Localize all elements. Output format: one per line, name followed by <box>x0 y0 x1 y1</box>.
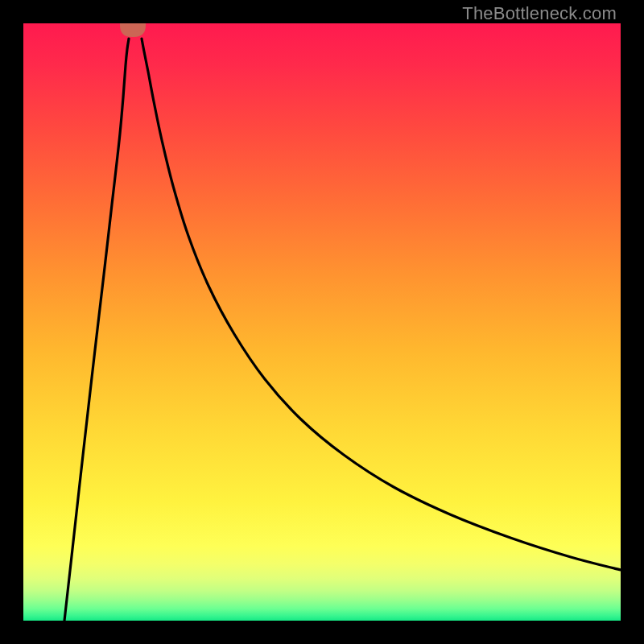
curve-left-branch <box>64 39 129 621</box>
chart-frame: TheBottleneck.com <box>0 0 644 644</box>
dip-marker <box>122 23 143 35</box>
plot-area <box>23 23 621 621</box>
curve-right-branch <box>142 39 621 570</box>
curve-layer <box>23 23 621 621</box>
attribution-watermark: TheBottleneck.com <box>462 3 617 24</box>
